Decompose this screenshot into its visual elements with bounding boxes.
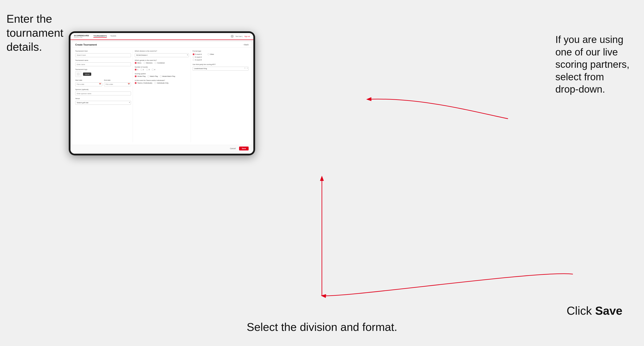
- radio-r2[interactable]: 2: [140, 69, 144, 71]
- radio-circle-combined: [154, 62, 156, 64]
- tournament-name-input[interactable]: [75, 62, 131, 66]
- form-body: Tournament Host Tournament name Tourname…: [72, 47, 252, 145]
- radio-circle-match: [148, 75, 150, 77]
- signout-link[interactable]: Sign out: [244, 36, 250, 37]
- radio-medal-match[interactable]: Medal Match Play: [160, 75, 175, 77]
- radio-individuals[interactable]: Individuals Only: [154, 82, 168, 84]
- live-scoring-clear-icon[interactable]: ✕: [244, 67, 246, 69]
- radio-label-individuals: Individuals Only: [157, 82, 168, 84]
- brand: SCOREBOARD Powered by clippi: [74, 34, 89, 38]
- radio-label-r1: 1: [137, 69, 138, 71]
- event-type-group: Is this event for Teams and/or Individua…: [135, 79, 189, 84]
- radio-6count4[interactable]: 6 count 4: [192, 56, 202, 58]
- radio-r1[interactable]: 1: [135, 69, 138, 71]
- cancel-button[interactable]: Cancel: [228, 147, 237, 151]
- division-select-wrapper: NCAA Division I: [135, 53, 189, 57]
- logo-area: Upload: [75, 71, 131, 77]
- save-button[interactable]: Save: [239, 147, 248, 151]
- form-col-1: Tournament Host Tournament name Tourname…: [75, 50, 133, 142]
- radio-label-stroke: Stroke Play: [137, 75, 146, 77]
- radio-circle-medal: [160, 75, 162, 77]
- radio-5count4[interactable]: 5 count 4: [192, 53, 202, 55]
- gender-label: Which gender is the event for?: [135, 59, 189, 61]
- annotation-enter-tournament-details: Enter thetournamentdetails.: [6, 12, 67, 54]
- format-row-2: 6 count 4: [192, 56, 248, 58]
- annotation-save-bold: Save: [595, 304, 622, 317]
- rounds-group: Number of rounds 1 2: [135, 66, 189, 71]
- venue-label: Venue: [75, 98, 131, 100]
- start-date-label: Start date: [75, 79, 102, 81]
- radio-dot-mens: [135, 62, 136, 63]
- start-date-input[interactable]: [75, 82, 102, 86]
- radio-combined[interactable]: Combined: [154, 62, 164, 64]
- tournament-name-label: Tournament name: [75, 59, 131, 61]
- radio-label-mens: Mens: [137, 62, 141, 64]
- radio-circle-individuals: [154, 82, 156, 84]
- radio-r3[interactable]: 3: [146, 69, 150, 71]
- scoring-radio-group: Stroke Play Match Play Medal Match Play: [135, 75, 189, 77]
- radio-label-match: Match Play: [150, 75, 158, 77]
- end-date-wrapper: 📅: [104, 82, 131, 86]
- annotation-select-division: Select the division and format.: [247, 320, 397, 334]
- format-row-1: 5 count 4 Other: [192, 53, 248, 55]
- nav-links: TOURNAMENTS TEAMS: [94, 35, 116, 38]
- radio-circle-6count4: [192, 56, 194, 58]
- radio-6count5[interactable]: 6 count 5: [192, 59, 202, 61]
- radio-label-r4: 4: [154, 69, 155, 71]
- upload-button[interactable]: Upload: [83, 73, 91, 76]
- tournament-name-group: Tournament name: [75, 59, 131, 66]
- svg-point-2: [78, 74, 78, 74]
- radio-circle-stroke: [135, 75, 137, 77]
- radio-stroke-play[interactable]: Stroke Play: [135, 75, 146, 77]
- calendar-icon-start: 📅: [99, 83, 101, 85]
- radio-other[interactable]: Other: [208, 53, 214, 55]
- annotation-live-scoring-partners: If you are usingone of our livescoring p…: [555, 33, 638, 96]
- tournament-host-group: Tournament Host: [75, 50, 131, 57]
- radio-label-combined: Combined: [157, 62, 164, 64]
- venue-select[interactable]: Search golf club: [75, 101, 131, 105]
- live-scoring-input[interactable]: [192, 67, 248, 71]
- radio-label-6count5: 6 count 5: [195, 59, 202, 61]
- live-scoring-dropdown-icon[interactable]: ▾: [247, 67, 248, 69]
- radio-dot-stroke: [135, 76, 136, 77]
- format-type-group: Format type 5 count 4 Other: [192, 50, 248, 61]
- nav-teams[interactable]: TEAMS: [110, 35, 116, 38]
- form-footer: Cancel Save: [72, 145, 252, 152]
- radio-teams[interactable]: Teams (+Individuals): [135, 82, 152, 84]
- radio-r4[interactable]: 4: [152, 69, 155, 71]
- sponsor-group: Sponsor (optional): [75, 88, 131, 96]
- radio-circle-womens: [144, 62, 146, 64]
- end-date-input[interactable]: [104, 82, 131, 86]
- nav-right: Test User | Sign out: [231, 35, 250, 38]
- radio-circle-mens: [135, 62, 137, 64]
- search-team-input[interactable]: [75, 53, 131, 57]
- radio-label-medal: Medal Match Play: [162, 75, 175, 77]
- radio-womens[interactable]: Womens: [144, 62, 152, 64]
- start-date-wrapper: 📅: [75, 82, 102, 86]
- radio-circle-r2: [140, 69, 142, 71]
- radio-circle-r4: [152, 69, 154, 71]
- page-title: Create Tournament: [75, 43, 97, 46]
- event-type-label: Is this event for Teams and/or Individua…: [135, 79, 189, 81]
- radio-circle-other: [208, 53, 210, 55]
- radio-label-womens: Womens: [146, 62, 152, 64]
- division-select[interactable]: NCAA Division I: [135, 53, 189, 57]
- format-options: 5 count 4 Other: [192, 53, 248, 61]
- gender-group: Which gender is the event for? Mens Wome…: [135, 59, 189, 64]
- radio-dot-teams: [135, 82, 136, 84]
- page-container: Create Tournament ‹ Back Tournament Host…: [72, 42, 252, 152]
- back-link[interactable]: ‹ Back: [243, 44, 248, 46]
- radio-circle-teams: [135, 82, 137, 84]
- radio-label-r2: 2: [143, 69, 144, 71]
- tablet-device: SCOREBOARD Powered by clippi TOURNAMENTS…: [69, 31, 255, 156]
- form-col-2: Which division is the event for? NCAA Di…: [133, 50, 191, 142]
- nav-tournaments[interactable]: TOURNAMENTS: [94, 35, 107, 38]
- radio-match-play[interactable]: Match Play: [148, 75, 158, 77]
- radio-circle-r1: [135, 69, 137, 71]
- sponsor-input[interactable]: [75, 92, 131, 95]
- radio-dot-r1: [135, 69, 136, 70]
- main-content: Create Tournament ‹ Back Tournament Host…: [70, 40, 253, 154]
- radio-circle-r3: [146, 69, 148, 71]
- radio-label-5count4: 5 count 4: [195, 53, 202, 55]
- radio-mens[interactable]: Mens: [135, 62, 141, 64]
